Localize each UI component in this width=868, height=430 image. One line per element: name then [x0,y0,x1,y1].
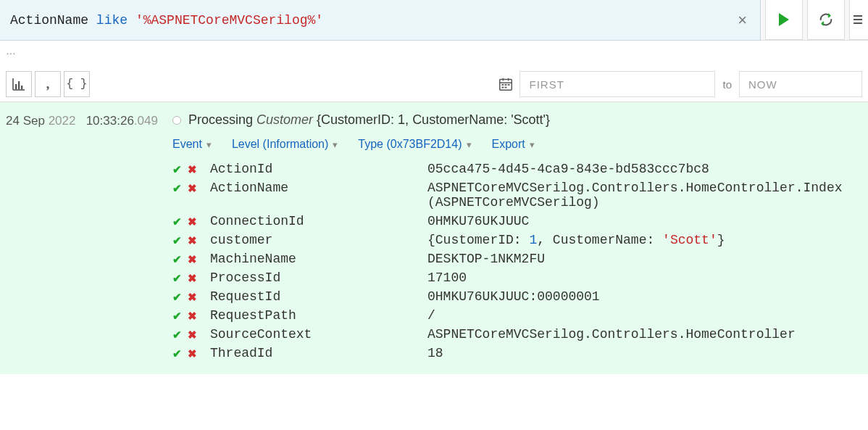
svg-rect-16 [505,87,507,88]
property-row: ✔✖RequestPath/ [172,306,868,325]
svg-rect-15 [502,87,504,88]
property-key: RequestId [210,289,427,304]
svg-rect-5 [15,84,17,89]
svg-rect-0 [854,15,862,17]
property-row: ✔✖RequestId0HMKU76UKJUUC:00000001 [172,287,868,306]
clear-query-button[interactable]: × [735,11,750,30]
chart-view-button[interactable] [6,71,32,97]
property-key: ActionId [210,162,427,176]
include-filter-icon[interactable]: ✔ [172,163,182,176]
run-query-button[interactable] [765,0,803,40]
property-value: 05cca475-4d45-4ca9-843e-bd583ccc7bc8 [427,162,868,176]
exclude-filter-icon[interactable]: ✖ [188,310,197,323]
include-filter-icon[interactable]: ✔ [172,347,182,360]
event-dropdown[interactable]: Event ▾ [172,138,212,151]
property-key: MachineName [210,252,427,266]
bar-chart-icon [12,77,26,91]
svg-rect-7 [21,86,22,89]
query-text: ActionName like '%ASPNETCoreMVCSerilog%' [10,13,735,28]
property-row: ✔✖customer{CustomerID: 1, CustomerName: … [172,231,868,249]
property-row: ✔✖ConnectionId0HMKU76UKJUUC [172,212,868,231]
property-value: 0HMKU76UKJUUC:00000001 [427,289,868,304]
exclude-filter-icon[interactable]: ✖ [188,215,197,228]
top-toolbar: ActionName like '%ASPNETCoreMVCSerilog%'… [0,0,868,41]
exclude-filter-icon[interactable]: ✖ [188,272,197,285]
query-input[interactable]: ActionName like '%ASPNETCoreMVCSerilog%'… [0,0,761,41]
property-row: ✔✖SourceContextASPNETCoreMVCSerilog.Cont… [172,325,868,344]
query-field: ActionName [10,13,88,28]
query-value: '%ASPNETCoreMVCSerilog%' [135,13,323,28]
exclude-filter-icon[interactable]: ✖ [188,234,197,247]
exclude-filter-icon[interactable]: ✖ [188,253,197,266]
view-toolbar: , { } FIRST to NOW [0,71,868,102]
property-row: ✔✖MachineNameDESKTOP-1NKM2FU [172,249,868,268]
exclude-filter-icon[interactable]: ✖ [188,328,197,342]
svg-rect-12 [502,84,504,86]
range-to-label: to [722,78,732,91]
event-message: Processing Customer {CustomerID: 1, Cust… [172,112,868,128]
property-key: SourceContext [210,327,427,342]
comma-icon: , [46,77,50,92]
property-key: ThreadId [210,346,427,360]
csv-view-button[interactable]: , [35,71,61,97]
range-from-placeholder: FIRST [529,78,564,91]
property-list: ✔✖ActionId05cca475-4d45-4ca9-843e-bd583c… [172,160,868,363]
refresh-icon [818,12,834,28]
include-filter-icon[interactable]: ✔ [172,291,182,304]
exclude-filter-icon[interactable]: ✖ [188,347,197,360]
results-ellipsis: … [0,41,868,71]
property-key: customer [210,233,427,247]
include-filter-icon[interactable]: ✔ [172,272,182,285]
export-dropdown[interactable]: Export ▾ [492,138,535,151]
menu-list-icon [854,14,865,25]
refresh-button[interactable] [807,0,845,40]
include-filter-icon[interactable]: ✔ [172,253,182,266]
property-value: 17100 [427,270,868,285]
range-to-placeholder: NOW [748,78,777,91]
level-dropdown[interactable]: Level (Information) ▾ [232,138,338,151]
svg-rect-6 [18,81,20,89]
svg-rect-14 [508,84,510,86]
chevron-down-icon: ▾ [530,139,535,150]
chevron-down-icon: ▾ [333,139,338,150]
property-value: 18 [427,346,868,360]
exclude-filter-icon[interactable]: ✖ [188,182,197,195]
exclude-filter-icon[interactable]: ✖ [188,291,197,304]
property-value: DESKTOP-1NKM2FU [427,252,868,266]
include-filter-icon[interactable]: ✔ [172,215,182,228]
property-row: ✔✖ProcessId17100 [172,268,868,287]
overflow-menu-button[interactable] [849,0,868,40]
property-value: ASPNETCoreMVCSerilog.Controllers.HomeCon… [427,181,868,210]
json-view-button[interactable]: { } [64,71,90,97]
event-panel: 24 Sep 2022 10:33:26.049 Processing Cust… [0,102,868,374]
property-row: ✔✖ThreadId18 [172,344,868,363]
include-filter-icon[interactable]: ✔ [172,328,182,342]
include-filter-icon[interactable]: ✔ [172,310,182,323]
calendar-icon[interactable] [498,76,514,92]
query-operator: like [96,13,128,28]
property-value: 0HMKU76UKJUUC [427,214,868,228]
property-key: ConnectionId [210,214,427,228]
level-dot-icon [172,116,181,125]
range-from-input[interactable]: FIRST [519,71,715,97]
chevron-down-icon: ▾ [206,139,212,150]
property-value: {CustomerID: 1, CustomerName: 'Scott'} [427,233,868,247]
property-value: / [427,308,868,323]
event-timestamp: 24 Sep 2022 10:33:26.049 [6,112,172,128]
svg-rect-1 [854,19,862,20]
range-to-input[interactable]: NOW [739,71,862,97]
type-dropdown[interactable]: Type (0x73BF2D14) ▾ [358,138,471,151]
property-value: ASPNETCoreMVCSerilog.Controllers.HomeCon… [427,327,868,342]
svg-rect-2 [854,22,862,24]
property-key: ActionName [210,181,427,195]
play-icon [779,13,789,26]
include-filter-icon[interactable]: ✔ [172,234,182,247]
exclude-filter-icon[interactable]: ✖ [188,163,197,176]
braces-icon: { } [67,78,88,91]
event-actions: Event ▾ Level (Information) ▾ Type (0x73… [172,138,868,151]
svg-rect-13 [505,84,507,86]
chevron-down-icon: ▾ [467,139,472,150]
property-key: ProcessId [210,270,427,285]
property-key: RequestPath [210,308,427,323]
include-filter-icon[interactable]: ✔ [172,182,182,195]
